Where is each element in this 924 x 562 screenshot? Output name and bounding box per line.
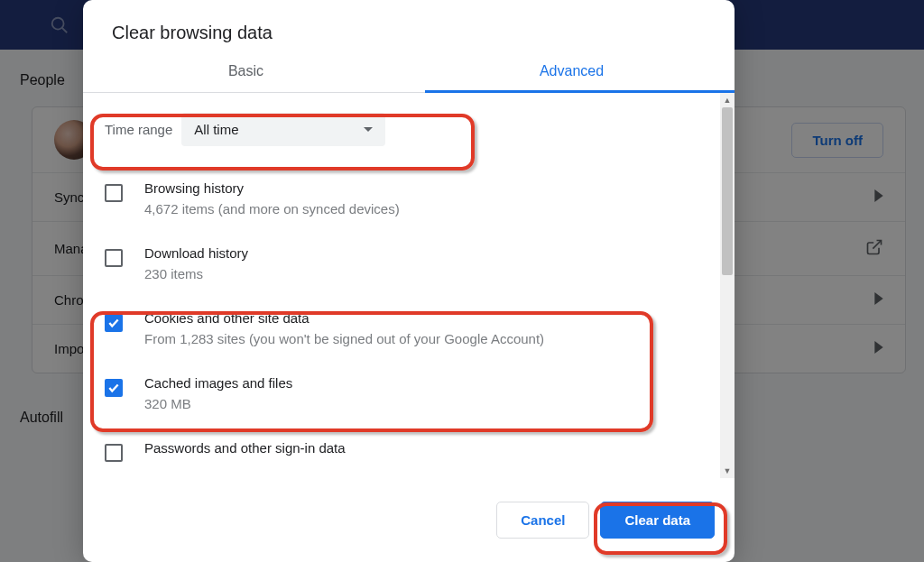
item-browsing-history[interactable]: Browsing history 4,672 items (and more o…	[94, 166, 702, 231]
search-icon	[50, 15, 69, 39]
checkbox[interactable]	[105, 184, 123, 202]
dialog-title: Clear browsing data	[83, 0, 735, 63]
tab-advanced[interactable]: Advanced	[409, 63, 735, 92]
time-range-value: All time	[194, 122, 238, 137]
checkbox[interactable]	[105, 444, 123, 462]
item-cached[interactable]: Cached images and files 320 MB	[94, 361, 702, 426]
svg-line-1	[62, 28, 68, 33]
row-label: Sync	[54, 189, 84, 205]
item-cookies[interactable]: Cookies and other site data From 1,283 s…	[94, 296, 702, 361]
time-range-label: Time range	[105, 122, 172, 137]
clear-data-button[interactable]: Clear data	[600, 502, 715, 539]
chevron-right-icon	[874, 189, 883, 205]
time-range-select[interactable]: All time	[181, 113, 385, 146]
item-passwords[interactable]: Passwords and other sign-in data	[94, 426, 702, 462]
turn-off-button[interactable]: Turn off	[791, 123, 883, 158]
item-title: Cookies and other site data	[144, 310, 702, 326]
item-subtitle: 230 items	[144, 266, 702, 281]
external-link-icon	[865, 238, 883, 259]
item-title: Download history	[144, 245, 702, 261]
scrollbar-arrow-up-icon[interactable]: ▲	[720, 93, 735, 107]
item-title: Cached images and files	[144, 375, 702, 391]
tab-basic[interactable]: Basic	[83, 63, 409, 92]
item-download-history[interactable]: Download history 230 items	[94, 231, 702, 296]
scrollbar-thumb[interactable]	[722, 107, 733, 275]
item-subtitle: 320 MB	[144, 396, 702, 411]
svg-line-2	[873, 241, 881, 249]
item-title: Passwords and other sign-in data	[144, 440, 702, 456]
scrollbar[interactable]: ▲ ▼	[720, 93, 735, 478]
checkbox[interactable]	[105, 314, 123, 332]
cancel-button[interactable]: Cancel	[496, 502, 589, 539]
svg-point-0	[52, 18, 64, 30]
caret-down-icon	[364, 127, 373, 132]
item-subtitle: From 1,283 sites (you won't be signed ou…	[144, 331, 702, 346]
time-range-row: Time range All time	[94, 93, 702, 166]
scroll-area: Time range All time Browsing history 4,6…	[83, 93, 720, 478]
clear-browsing-data-dialog: Clear browsing data Basic Advanced Time …	[83, 0, 735, 562]
checkbox[interactable]	[105, 379, 123, 397]
dialog-body: Time range All time Browsing history 4,6…	[83, 93, 735, 478]
tabs: Basic Advanced	[83, 63, 735, 93]
chevron-right-icon	[874, 292, 883, 308]
chevron-right-icon	[874, 341, 883, 356]
dialog-footer: Cancel Clear data	[83, 478, 735, 562]
item-title: Browsing history	[144, 180, 702, 196]
scrollbar-arrow-down-icon[interactable]: ▼	[720, 464, 735, 478]
item-subtitle: 4,672 items (and more on synced devices)	[144, 201, 702, 217]
checkbox[interactable]	[105, 249, 123, 267]
